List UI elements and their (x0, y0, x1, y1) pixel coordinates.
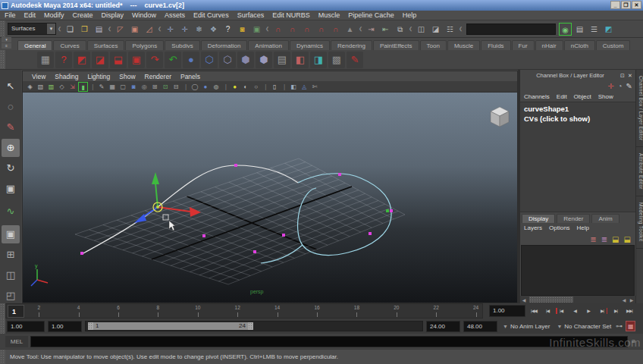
image-plane-icon[interactable]: ◇ (57, 82, 67, 92)
use-all-lights-icon[interactable]: ● (230, 82, 240, 92)
step-forward-frame-button[interactable]: ▶| (609, 305, 623, 317)
shelf-tab-fluids[interactable]: Fluids (481, 40, 510, 50)
layer-options-icon[interactable]: ≣ (601, 235, 607, 243)
close-button[interactable]: ✕ (632, 1, 641, 9)
cv-point[interactable] (80, 252, 83, 255)
status-group-divider[interactable]: ❮ (157, 22, 162, 36)
menu-display[interactable]: Display (102, 11, 124, 19)
poly-cubes-icon[interactable]: ▩ (328, 52, 345, 68)
search-field[interactable] (466, 24, 556, 35)
menu-modify[interactable]: Modify (44, 11, 64, 19)
field-chart-icon[interactable]: ⊞ (150, 82, 160, 92)
scroll-left-icon[interactable]: ◀ (520, 297, 528, 303)
layer-menu-options[interactable]: Options (549, 224, 570, 231)
move-axis-icon[interactable]: ✛ (607, 82, 613, 90)
layout-hypershade[interactable]: ◰ (2, 287, 20, 305)
scroll-left2-icon[interactable]: ◀ (620, 297, 628, 303)
current-time-field[interactable]: 1.00 (489, 305, 525, 317)
shelf-tab-deformation[interactable]: Deformation (201, 40, 248, 50)
menu-file[interactable]: File (5, 11, 16, 19)
toggle-modeling-toolkit-icon[interactable]: ◩ (602, 23, 615, 36)
snap-point-icon[interactable]: ∩ (300, 23, 313, 36)
help-line-icon[interactable]: ? (55, 52, 72, 68)
channel-box-menu-show[interactable]: Show (598, 93, 613, 100)
highlight-selection-icon[interactable]: ▣ (250, 23, 263, 36)
shelf-tab-curves[interactable]: Curves (53, 40, 86, 50)
layout-persp-outliner[interactable]: ◫ (2, 266, 20, 284)
current-frame-marker[interactable]: 1 (8, 305, 24, 318)
shelf-tab-subdivs[interactable]: Subdivs (165, 40, 199, 50)
rotate-tool[interactable]: ↻ (2, 159, 20, 177)
shelf-tab-muscle[interactable]: Muscle (447, 40, 480, 50)
shelf-menu-icon[interactable]: ≡ (2, 43, 11, 49)
shelf-tab-rendering[interactable]: Rendering (331, 40, 372, 50)
shelf-tab-surfaces[interactable]: Surfaces (87, 40, 125, 50)
camera-attributes-icon[interactable]: ▧ (36, 82, 45, 92)
range-bar[interactable]: 1 24 (88, 322, 253, 330)
construction-history-icon[interactable]: ⧉ (394, 23, 406, 36)
resolution-gate-icon[interactable]: ◙ (129, 82, 139, 92)
snap-surface-icon[interactable]: ∩ (329, 23, 342, 36)
select-object-icon[interactable]: ▣ (128, 23, 141, 36)
scroll-right-icon[interactable]: ▶ (628, 297, 635, 303)
menu-create[interactable]: Create (73, 11, 93, 19)
viewport-menu-renderer[interactable]: Renderer (145, 73, 171, 80)
float-panel-icon[interactable]: ⊡ (619, 73, 626, 79)
layer-list[interactable] (521, 245, 635, 296)
status-group-divider[interactable]: ❮ (107, 22, 112, 36)
poly-cube-red-icon[interactable]: ◧ (292, 52, 309, 68)
layout-single-pane[interactable]: ▣ (2, 225, 20, 243)
menu-help[interactable]: Help (403, 11, 417, 19)
camera-icon[interactable]: ▣ (128, 52, 145, 68)
status-group-divider[interactable]: ❮ (57, 22, 62, 36)
menu-window[interactable]: Window (132, 11, 156, 19)
2d-pan-zoom-icon[interactable]: ⇲ (67, 82, 77, 92)
layer-scrollbar[interactable]: ◀ ◀ ▶ (520, 296, 635, 303)
sphere-cylinder-3-icon[interactable]: ⬢ (237, 52, 254, 68)
menu-edit[interactable]: Edit (24, 11, 36, 19)
oneclick-tool-icon[interactable]: ▮ (78, 82, 88, 92)
curve-start-point[interactable] (386, 209, 389, 212)
shelf-tab-painteffects[interactable]: PaintEffects (373, 40, 419, 50)
toggle-tool-settings-icon[interactable]: ☰ (588, 23, 601, 36)
playback-start-field[interactable]: 1.00 (48, 321, 82, 332)
no-lights-icon[interactable]: ○ (251, 82, 261, 92)
layer-tab-anim[interactable]: Anim (591, 214, 619, 223)
poly-cube-teal-icon[interactable]: ◨ (310, 52, 327, 68)
sphere-project-icon[interactable]: ● (183, 52, 199, 68)
arc-red-icon[interactable]: ↷ (146, 52, 163, 68)
shelf-tab-polygons[interactable]: Polygons (125, 40, 164, 50)
grid-icon[interactable]: ▦ (108, 82, 118, 92)
animation-start-field[interactable]: 1.00 (7, 321, 45, 332)
status-group-divider[interactable]: ❮ (458, 22, 463, 36)
wireframe-icon[interactable]: ◯ (190, 82, 199, 92)
ipr-render-icon[interactable]: ◪ (429, 23, 442, 36)
play-backwards-button[interactable]: ◀ (568, 305, 582, 317)
range-end-handle[interactable] (248, 322, 253, 330)
range-slider-handle[interactable] (0, 318, 5, 334)
brush-red-icon[interactable]: ✎ (347, 52, 363, 68)
close-panel-icon[interactable]: ✕ (626, 73, 634, 79)
last-tool-curve[interactable]: ∿ (2, 202, 20, 221)
xray-icon[interactable]: ◧ (289, 82, 299, 92)
scissors-icon[interactable]: ✄ (310, 82, 320, 92)
scene-slate-icon[interactable]: ▦ (37, 52, 54, 68)
gate-mask-icon[interactable]: ◎ (140, 82, 149, 92)
render-current-frame-icon[interactable]: ◫ (415, 23, 428, 36)
restore-button[interactable]: ❐ (621, 1, 631, 9)
bookmarks-icon[interactable]: ▥ (46, 82, 56, 92)
new-scene-icon[interactable]: ❏ (64, 23, 77, 36)
viewport-menu-lighting[interactable]: Lighting (87, 73, 110, 80)
mask-misc-icon[interactable]: ? (221, 23, 234, 36)
time-slider-handle[interactable] (0, 303, 5, 318)
make-live-icon[interactable]: ▲ (343, 23, 356, 36)
node-name[interactable]: curveShape1 (524, 105, 632, 113)
paint-select-tool[interactable]: ✎ (2, 118, 20, 136)
isolate-select-icon[interactable]: ▯ (270, 82, 280, 92)
play-forwards-button[interactable]: ▶ (582, 305, 595, 317)
status-group-divider[interactable]: ❮ (358, 22, 363, 36)
menu-edit-curves[interactable]: Edit Curves (193, 11, 229, 19)
snap-curve-icon[interactable]: ∩ (286, 23, 299, 36)
chevron-down-icon[interactable]: ▼ (503, 324, 508, 329)
character-set-dropdown[interactable]: No Character Set (564, 323, 611, 330)
